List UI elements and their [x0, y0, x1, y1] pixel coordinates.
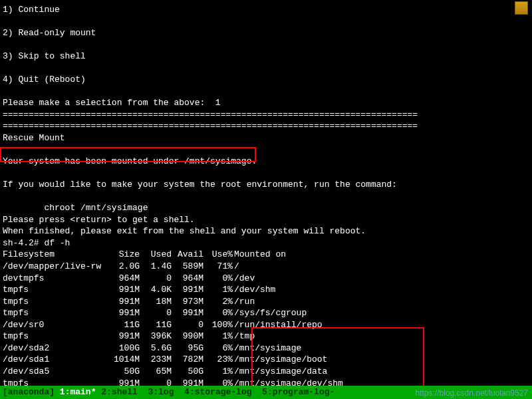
df-cell: tmpfs [3, 284, 109, 296]
separator: ========================================… [3, 120, 529, 132]
df-cell: 1014M [109, 354, 141, 366]
df-cell: 964M [109, 273, 141, 285]
col-use: Use% [205, 249, 234, 261]
df-cell: /dev [234, 273, 350, 285]
df-cell: tmpfs [3, 296, 109, 308]
df-cell: 0 [173, 319, 205, 331]
blank [3, 63, 529, 74]
chroot-intro: If you would like to make your system th… [3, 179, 529, 191]
df-cell: tmpfs [3, 307, 109, 319]
df-cell: 65M [141, 366, 173, 378]
df-cell: 6% [205, 342, 234, 354]
df-cell: 23% [205, 354, 234, 366]
df-cell: 2.0G [109, 261, 141, 273]
menu-option-3: 3) Skip to shell [3, 51, 529, 63]
blank [3, 191, 529, 203]
df-cell: 11G [141, 319, 173, 331]
df-row: /dev/mapper/live-rw2.0G1.4G589M71%/ [3, 261, 350, 273]
tab-program-log[interactable]: 5:program-log- [262, 387, 345, 397]
df-cell: 2% [205, 296, 234, 308]
df-cell: /run/install/repo [234, 319, 350, 331]
df-cell: /sys/fs/cgroup [234, 307, 350, 319]
df-cell: /mnt/sysimage [234, 342, 350, 354]
menu-option-2: 2) Read-only mount [3, 27, 529, 39]
df-row: tmpfs991M4.0K991M1%/dev/shm [3, 284, 350, 296]
df-cell: 11G [109, 319, 141, 331]
df-cell: /dev/sr0 [3, 319, 109, 331]
df-cell: 233M [141, 354, 173, 366]
df-cell: /mnt/sysimage/boot [234, 354, 350, 366]
df-header: Filesystem Size Used Avail Use% Mounted … [3, 249, 350, 261]
df-cell: 18M [141, 296, 173, 308]
blank [3, 16, 529, 28]
shell-prompt[interactable]: sh-4.2# df -h [3, 237, 529, 249]
df-cell: /dev/mapper/live-rw [3, 261, 109, 273]
col-size: Size [109, 249, 141, 261]
menu-option-1: 1) Continue [3, 4, 529, 16]
df-cell: /dev/sda1 [3, 354, 109, 366]
menu-option-4: 4) Quit (Reboot) [3, 74, 529, 86]
df-cell: /mnt/sysimage/data [234, 366, 350, 378]
corner-icon [515, 1, 528, 15]
df-cell: /dev/sda2 [3, 342, 109, 354]
df-row: tmpfs991M18M973M2%/run [3, 296, 350, 308]
df-cell: /dev/shm [234, 284, 350, 296]
col-fs: Filesystem [3, 249, 109, 261]
blank [3, 168, 529, 180]
df-cell: 1% [205, 331, 234, 342]
chroot-command: chroot /mnt/sysimage [3, 202, 529, 214]
df-cell: 0 [141, 273, 173, 285]
df-row: tmpfs991M396K990M1%/tmp [3, 331, 350, 342]
tab-storage-log[interactable]: 4:storage-log [184, 387, 262, 397]
col-avail: Avail [173, 249, 205, 261]
df-cell: / [234, 261, 350, 273]
df-cell: 100% [205, 319, 234, 331]
df-cell: 1% [205, 366, 234, 378]
df-row: /dev/sda2100G5.6G95G6%/mnt/sysimage [3, 342, 350, 354]
mounted-message: Your system has been mounted under /mnt/… [3, 156, 529, 168]
selection-prompt[interactable]: Please make a selection from the above: … [3, 97, 529, 109]
df-cell: 991M [109, 296, 141, 308]
tab-shell[interactable]: 2:shell [101, 387, 148, 397]
blank [3, 144, 529, 156]
df-row: devtmpfs964M0964M0%/dev [3, 273, 350, 285]
col-mount: Mounted on [234, 249, 350, 261]
df-cell: 4.0K [141, 284, 173, 296]
tab-main[interactable]: 1:main* [60, 387, 101, 397]
df-cell: 71% [205, 261, 234, 273]
df-cell: 100G [109, 342, 141, 354]
df-cell: 589M [173, 261, 205, 273]
df-row: /dev/sr011G11G0100%/run/install/repo [3, 319, 350, 331]
tab-log[interactable]: 3:log [148, 387, 184, 397]
df-cell: tmpfs [3, 331, 109, 342]
separator: ========================================… [3, 109, 529, 121]
df-row: tmpfs991M0991M0%/sys/fs/cgroup [3, 307, 350, 319]
df-cell: 1% [205, 284, 234, 296]
df-cell: 0% [205, 307, 234, 319]
df-cell: 396K [141, 331, 173, 342]
df-cell: 991M [109, 284, 141, 296]
df-cell: 991M [173, 284, 205, 296]
df-cell: 95G [173, 342, 205, 354]
df-cell: 964M [173, 273, 205, 285]
df-cell: 0% [205, 273, 234, 285]
df-cell: 782M [173, 354, 205, 366]
blank [3, 86, 529, 98]
df-cell: 991M [109, 307, 141, 319]
press-return: Please press <return> to get a shell. [3, 214, 529, 226]
df-cell: /tmp [234, 331, 350, 342]
df-cell: 5.6G [141, 342, 173, 354]
df-cell: 1.4G [141, 261, 173, 273]
df-row: /dev/sda11014M233M782M23%/mnt/sysimage/b… [3, 354, 350, 366]
status-prefix: [anaconda] [3, 387, 60, 397]
watermark: https://blog.csdn.net/luolan9527 [416, 388, 528, 398]
df-cell: 50G [173, 366, 205, 378]
col-used: Used [141, 249, 173, 261]
df-cell: 991M [109, 331, 141, 342]
df-cell: 50G [109, 366, 141, 378]
df-output: Filesystem Size Used Avail Use% Mounted … [3, 249, 350, 399]
df-row: /dev/sda550G65M50G1%/mnt/sysimage/data [3, 366, 350, 378]
blank [3, 39, 529, 51]
df-cell: 990M [173, 331, 205, 342]
df-cell: 0 [141, 307, 173, 319]
